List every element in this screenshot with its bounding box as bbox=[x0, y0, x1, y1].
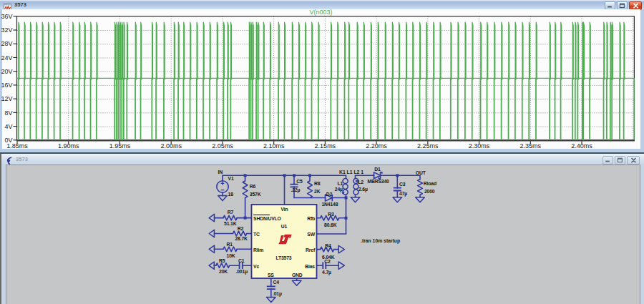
x-axis-label: 1.95ms bbox=[109, 142, 131, 149]
phase-dots bbox=[342, 180, 358, 194]
pin-vin: Vin bbox=[280, 207, 288, 212]
l1-value: 24µ bbox=[335, 187, 343, 192]
plot-axis-labels: 1.85ms1.90ms1.95ms2.00ms2.05ms2.10ms2.15… bbox=[1, 13, 593, 149]
y-axis-label: 28V bbox=[1, 40, 13, 47]
c1-value: .001µ bbox=[236, 269, 248, 275]
schematic-minimize-button[interactable] bbox=[602, 156, 613, 165]
x-axis-label: 2.05ms bbox=[212, 142, 233, 149]
d2-ref: D2 bbox=[326, 192, 333, 197]
pin-rfb: Rfb bbox=[307, 216, 315, 221]
r4-ref: R4 bbox=[325, 243, 331, 248]
r3-value: 80.6K bbox=[324, 222, 337, 227]
net-label-out: OUT bbox=[416, 170, 426, 175]
y-axis-label: 24V bbox=[1, 54, 13, 62]
c1-ref: C1 bbox=[238, 258, 245, 263]
ic-ref: U1 bbox=[281, 224, 288, 229]
schematic-close-button[interactable] bbox=[627, 156, 640, 165]
r1-value: 10K bbox=[227, 253, 235, 258]
c4-ref: C4 bbox=[273, 280, 279, 285]
pin-gnd: GND bbox=[292, 273, 303, 278]
x-axis-label: 2.40ms bbox=[571, 142, 592, 149]
r2-value: 28.7K bbox=[235, 236, 248, 241]
schematic-window-icon bbox=[5, 155, 13, 163]
x-axis-label: 2.15ms bbox=[315, 142, 336, 149]
rload-ref: Rload bbox=[424, 181, 436, 186]
x-axis-label: 2.25ms bbox=[417, 142, 439, 149]
l2-value: 2.6µ bbox=[358, 187, 368, 192]
x-axis-label: 1.90ms bbox=[58, 142, 79, 149]
y-axis-label: 0V bbox=[5, 137, 13, 144]
y-axis-label: 36V bbox=[1, 13, 13, 20]
plot-ticks bbox=[13, 16, 582, 144]
rload-value: 2000 bbox=[424, 189, 435, 194]
ic-part: LT3573 bbox=[275, 255, 291, 260]
y-axis-label: 20V bbox=[1, 68, 13, 75]
waveform-window: 3573 1.85ms1.90ms1.95ms2.00ms2.05ms2.10m… bbox=[0, 0, 644, 154]
trace-legend[interactable]: V(n003) bbox=[309, 9, 332, 16]
y-axis-label: 16V bbox=[1, 82, 13, 89]
waveform-plot: 1.85ms1.90ms1.95ms2.00ms2.05ms2.10ms2.15… bbox=[0, 0, 644, 152]
v1-value: 18 bbox=[228, 192, 234, 197]
c3-ref: C3 bbox=[399, 182, 406, 187]
d2-value: 1N4148 bbox=[321, 202, 338, 207]
r3-ref: R3 bbox=[328, 212, 334, 217]
c5-ref: C5 bbox=[296, 179, 303, 184]
l1-ref: L1 bbox=[338, 181, 343, 186]
y-axis-label: 4V bbox=[5, 123, 13, 130]
pin-ss: SS bbox=[268, 273, 274, 278]
sim-directive: .tran 10m startup bbox=[361, 238, 400, 244]
schematic-drawing: INOUTK1 L1 L2 1V118R6357KC5.22µR82KD21N4… bbox=[6, 165, 640, 304]
r1-ref: R1 bbox=[227, 242, 233, 247]
pin-bias: Bias bbox=[305, 264, 315, 269]
x-axis-label: 2.00ms bbox=[160, 142, 182, 149]
v1-ref: V1 bbox=[228, 176, 234, 181]
c5-value: .22µ bbox=[291, 187, 300, 193]
d1-value: MBRS340 bbox=[367, 179, 389, 184]
schematic-titlebar[interactable]: 3573 bbox=[1, 154, 644, 164]
pin-vc: Vc bbox=[253, 264, 259, 269]
schematic-labels: INOUTK1 L1 L2 1V118R6357KC5.22µR82KD21N4… bbox=[218, 167, 436, 297]
waveform-plot-pane[interactable]: 1.85ms1.90ms1.95ms2.00ms2.05ms2.10ms2.15… bbox=[2, 9, 640, 149]
r6-value: 357K bbox=[250, 192, 261, 197]
r2-ref: R2 bbox=[238, 226, 244, 231]
schematic-window-title: 3573 bbox=[16, 156, 28, 162]
r6-ref: R6 bbox=[250, 184, 256, 189]
r7-value: 51.1K bbox=[224, 221, 237, 226]
r8-ref: R8 bbox=[314, 181, 321, 186]
schematic-window: 3573 INOUTK1 L1 L2 1V118R6357KC5.22µR82K… bbox=[1, 154, 644, 304]
ltspice-application: 3573 1.85ms1.90ms1.95ms2.00ms2.05ms2.10m… bbox=[0, 0, 644, 304]
pin-shdn: SHDN/UVLO bbox=[253, 216, 281, 221]
coupling-directive: K1 L1 L2 1 bbox=[339, 170, 364, 175]
y-axis-label: 32V bbox=[1, 26, 13, 34]
r5-value: 20K bbox=[219, 269, 228, 274]
r7-ref: R7 bbox=[228, 210, 234, 215]
r8-value: 2K bbox=[314, 189, 321, 194]
y-axis-label: 12V bbox=[1, 95, 13, 102]
pin-rref: Rref bbox=[306, 247, 316, 252]
r5-ref: R5 bbox=[219, 258, 225, 263]
c3-value: 47µ bbox=[399, 191, 407, 197]
schematic-maximize-button[interactable] bbox=[615, 156, 625, 165]
x-axis-label: 2.35ms bbox=[520, 142, 542, 149]
x-axis-label: 2.10ms bbox=[263, 142, 285, 149]
pin-tc: TC bbox=[253, 232, 260, 237]
d1-ref: D1 bbox=[374, 167, 381, 172]
net-label-in: IN bbox=[218, 170, 223, 175]
x-axis-label: 2.30ms bbox=[469, 142, 490, 149]
y-axis-label: 8V bbox=[5, 109, 13, 117]
schematic-canvas[interactable]: INOUTK1 L1 L2 1V118R6357KC5.22µR82KD21N4… bbox=[6, 165, 640, 304]
x-axis-label: 2.20ms bbox=[366, 142, 387, 149]
pin-sw: SW bbox=[307, 232, 315, 237]
c2-value: 4.7µ bbox=[322, 270, 331, 275]
pin-rlim: Rlim bbox=[253, 247, 263, 252]
c4-value: .01µ bbox=[273, 291, 282, 297]
l2-ref: L2 bbox=[358, 180, 364, 185]
c2-ref: C2 bbox=[324, 259, 331, 264]
